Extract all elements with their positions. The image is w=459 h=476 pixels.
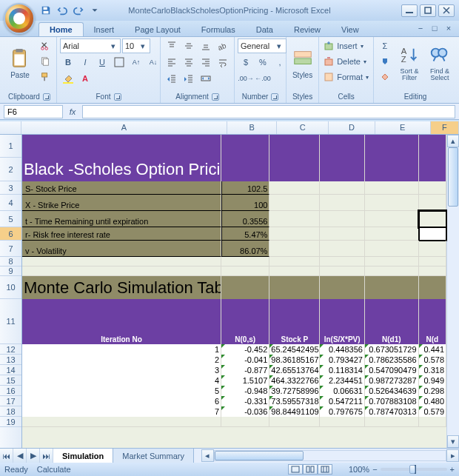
- mdi-restore-icon[interactable]: □: [429, 23, 440, 33]
- cell-E7[interactable]: [365, 241, 419, 257]
- cell-E18[interactable]: 0.787470313: [365, 406, 419, 417]
- row-header-15[interactable]: 15: [0, 375, 21, 386]
- cell-A18[interactable]: 7: [22, 406, 221, 417]
- qat-dropdown-icon[interactable]: [87, 3, 102, 18]
- view-page-layout-icon[interactable]: [303, 464, 318, 475]
- cell-D17[interactable]: 0.547211: [320, 396, 365, 406]
- cell-B15[interactable]: 1.5107: [221, 375, 269, 386]
- paste-button[interactable]: Paste: [5, 38, 35, 87]
- zoom-in-icon[interactable]: +: [450, 465, 455, 474]
- cell-C14[interactable]: 42.65513764: [269, 365, 320, 375]
- vertical-scrollbar[interactable]: ▴ ▾: [446, 135, 459, 448]
- cell-A15[interactable]: 4: [22, 375, 221, 386]
- close-button[interactable]: [438, 4, 455, 17]
- cell-A12[interactable]: 1: [22, 344, 221, 355]
- cell-F9[interactable]: [419, 267, 446, 276]
- row-header-3[interactable]: 3: [0, 181, 21, 195]
- cell-E17[interactable]: 0.707883108: [365, 396, 419, 406]
- sheet-tab-simulation[interactable]: Simulation: [53, 449, 113, 463]
- cell-F19[interactable]: [419, 417, 446, 427]
- cell-F2[interactable]: [419, 158, 446, 181]
- cell-C13[interactable]: 98.36185167: [269, 355, 320, 365]
- cell-B11[interactable]: N(0,s): [221, 299, 269, 344]
- cell-B14[interactable]: -0.877: [221, 365, 269, 375]
- cell-B9[interactable]: [221, 267, 269, 276]
- underline-icon[interactable]: U: [94, 55, 110, 70]
- horizontal-scrollbar[interactable]: ◂ ▸: [201, 449, 459, 463]
- cell-B13[interactable]: -0.041: [221, 355, 269, 365]
- cell-C4[interactable]: [269, 195, 320, 211]
- cell-D2[interactable]: [320, 158, 365, 181]
- decrease-decimal-icon[interactable]: ←.00: [255, 71, 271, 86]
- cell-E5[interactable]: [365, 211, 419, 227]
- increase-indent-icon[interactable]: [181, 71, 197, 86]
- font-launcher-icon[interactable]: [114, 93, 121, 101]
- cell-B10[interactable]: [221, 276, 269, 299]
- cell-D6[interactable]: [320, 227, 365, 241]
- col-header-B[interactable]: B: [227, 121, 277, 134]
- cell-E11[interactable]: N(d1): [365, 299, 419, 344]
- cell-D18[interactable]: 0.797675: [320, 406, 365, 417]
- align-top-icon[interactable]: [164, 38, 180, 53]
- cell-C7[interactable]: [269, 241, 320, 257]
- cell-E2[interactable]: [365, 158, 419, 181]
- align-center-icon[interactable]: [181, 55, 197, 70]
- align-bottom-icon[interactable]: [198, 38, 214, 53]
- clipboard-launcher-icon[interactable]: [43, 93, 50, 101]
- border-icon[interactable]: [111, 55, 127, 70]
- row-header-4[interactable]: 4: [0, 195, 21, 211]
- merge-center-icon[interactable]: [198, 71, 214, 86]
- font-name-combo[interactable]: Arial▾: [60, 38, 121, 53]
- insert-button[interactable]: Insert▾: [322, 38, 370, 53]
- row-header-16[interactable]: 16: [0, 386, 21, 396]
- currency-icon[interactable]: $: [238, 55, 254, 70]
- col-header-F[interactable]: F: [431, 121, 459, 134]
- bold-icon[interactable]: B: [60, 55, 76, 70]
- cell-C16[interactable]: 39.72758996: [269, 386, 320, 396]
- cell-C2[interactable]: [269, 158, 320, 181]
- cell-A14[interactable]: 3: [22, 365, 221, 375]
- cell-D10[interactable]: [320, 276, 365, 299]
- row-header-12[interactable]: 12: [0, 344, 21, 355]
- cell-E16[interactable]: 0.526434639: [365, 386, 419, 396]
- cell-B16[interactable]: -0.948: [221, 386, 269, 396]
- scroll-right-icon[interactable]: ▸: [446, 449, 459, 462]
- cell-F4[interactable]: [419, 195, 446, 211]
- cell-B17[interactable]: -0.331: [221, 396, 269, 406]
- cell-B19[interactable]: [221, 417, 269, 427]
- cell-E8[interactable]: [365, 257, 419, 267]
- cell-D15[interactable]: 2.234451: [320, 375, 365, 386]
- cell-E9[interactable]: [365, 267, 419, 276]
- cell-D8[interactable]: [320, 257, 365, 267]
- cell-D4[interactable]: [320, 195, 365, 211]
- cell-A16[interactable]: 5: [22, 386, 221, 396]
- cell-D11[interactable]: In(S/X*PV): [320, 299, 365, 344]
- cut-icon[interactable]: [37, 38, 53, 53]
- cell-E13[interactable]: 0.786235586: [365, 355, 419, 365]
- cell-E12[interactable]: 0.673051729: [365, 344, 419, 355]
- cell-B5[interactable]: 0.3556: [221, 211, 269, 227]
- cell-B18[interactable]: -0.036: [221, 406, 269, 417]
- zoom-out-icon[interactable]: −: [372, 465, 377, 474]
- cell-E14[interactable]: 0.547090479: [365, 365, 419, 375]
- cell-E1[interactable]: [365, 135, 419, 158]
- cells-area[interactable]: Black -Scholes Option PricingS- Stock Pr…: [22, 135, 446, 448]
- scroll-up-icon[interactable]: ▴: [447, 135, 459, 147]
- sheet-nav-first-icon[interactable]: ⏮: [0, 449, 13, 463]
- cell-B7[interactable]: 86.07%: [221, 241, 269, 257]
- sheet-nav-next-icon[interactable]: ▶: [27, 449, 40, 463]
- cell-D7[interactable]: [320, 241, 365, 257]
- tab-data[interactable]: Data: [246, 23, 284, 36]
- tab-formulas[interactable]: Formulas: [191, 23, 246, 36]
- cell-B6[interactable]: 5.47%: [221, 227, 269, 241]
- sheet-tab-market-summary[interactable]: Market Summary: [113, 449, 194, 463]
- fill-color-icon[interactable]: [60, 71, 76, 86]
- maximize-button[interactable]: [420, 4, 436, 17]
- increase-font-icon[interactable]: A↑: [128, 55, 144, 70]
- cell-E3[interactable]: [365, 181, 419, 195]
- undo-icon[interactable]: [55, 3, 70, 18]
- row-header-14[interactable]: 14: [0, 365, 21, 375]
- number-launcher-icon[interactable]: [271, 93, 278, 101]
- mdi-minimize-icon[interactable]: −: [415, 23, 426, 33]
- cell-F5[interactable]: [419, 211, 446, 227]
